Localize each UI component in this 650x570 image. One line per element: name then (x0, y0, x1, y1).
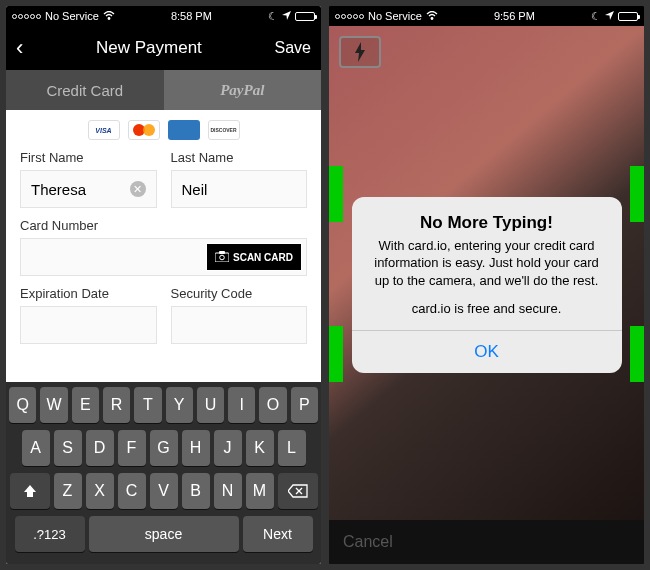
security-input[interactable] (171, 306, 308, 344)
svg-point-2 (220, 255, 225, 260)
key-z[interactable]: Z (54, 473, 82, 509)
key-r[interactable]: R (103, 387, 130, 423)
key-shift[interactable] (10, 473, 50, 509)
key-backspace[interactable] (278, 473, 318, 509)
status-bar: No Service 8:58 PM ☾ (6, 6, 321, 26)
tab-paypal[interactable]: PayPal (164, 70, 322, 110)
key-h[interactable]: H (182, 430, 210, 466)
key-a[interactable]: A (22, 430, 50, 466)
key-s[interactable]: S (54, 430, 82, 466)
save-button[interactable]: Save (275, 39, 311, 57)
key-c[interactable]: C (118, 473, 146, 509)
security-label: Security Code (171, 286, 308, 301)
key-q[interactable]: Q (9, 387, 36, 423)
status-time: 8:58 PM (171, 10, 212, 22)
key-j[interactable]: J (214, 430, 242, 466)
key-d[interactable]: D (86, 430, 114, 466)
alert-body: With card.io, entering your credit card … (352, 237, 622, 296)
battery-icon (295, 12, 315, 21)
first-name-label: First Name (20, 150, 157, 165)
key-numsym[interactable]: .?123 (15, 516, 85, 552)
first-name-value: Theresa (31, 181, 86, 198)
key-k[interactable]: K (246, 430, 274, 466)
key-w[interactable]: W (40, 387, 67, 423)
key-u[interactable]: U (197, 387, 224, 423)
scan-card-label: SCAN CARD (233, 252, 293, 263)
last-name-input[interactable]: Neil (171, 170, 308, 208)
key-i[interactable]: I (228, 387, 255, 423)
amex-icon (168, 120, 200, 140)
key-y[interactable]: Y (166, 387, 193, 423)
card-number-input[interactable]: SCAN CARD (20, 238, 307, 276)
svg-rect-3 (219, 251, 225, 254)
visa-icon: VISA (88, 120, 120, 140)
key-l[interactable]: L (278, 430, 306, 466)
alert-body2: card.io is free and secure. (352, 295, 622, 330)
cancel-button[interactable]: Cancel (343, 533, 393, 551)
key-t[interactable]: T (134, 387, 161, 423)
last-name-label: Last Name (171, 150, 308, 165)
page-title: New Payment (96, 38, 202, 58)
key-o[interactable]: O (259, 387, 286, 423)
tab-credit-card[interactable]: Credit Card (6, 70, 164, 110)
phone-right: No Service 9:56 PM ☾ No More Typing! Wit… (329, 6, 644, 564)
keyboard: QWERTYUIOP ASDFGHJKL ZXCVBNM .?123 space… (6, 382, 321, 564)
key-x[interactable]: X (86, 473, 114, 509)
first-name-input[interactable]: Theresa ✕ (20, 170, 157, 208)
key-space[interactable]: space (89, 516, 239, 552)
clear-icon[interactable]: ✕ (130, 181, 146, 197)
svg-rect-1 (215, 253, 229, 262)
svg-point-0 (108, 18, 110, 20)
scan-card-button[interactable]: SCAN CARD (206, 243, 302, 271)
alert-ok-button[interactable]: OK (352, 330, 622, 373)
back-button[interactable]: ‹ (16, 35, 23, 61)
key-next[interactable]: Next (243, 516, 313, 552)
discover-icon: DISCOVER (208, 120, 240, 140)
card-number-label: Card Number (20, 218, 307, 233)
expiration-label: Expiration Date (20, 286, 157, 301)
key-g[interactable]: G (150, 430, 178, 466)
key-n[interactable]: N (214, 473, 242, 509)
key-v[interactable]: V (150, 473, 178, 509)
carrier-text: No Service (45, 10, 99, 22)
phone-left: No Service 8:58 PM ☾ ‹ New Payment Save … (6, 6, 321, 564)
mastercard-icon (128, 120, 160, 140)
nav-bar: ‹ New Payment Save (6, 26, 321, 70)
alert-overlay: No More Typing! With card.io, entering y… (329, 6, 644, 564)
signal-dots (12, 14, 41, 19)
moon-icon: ☾ (268, 10, 278, 23)
key-e[interactable]: E (72, 387, 99, 423)
location-icon (282, 10, 291, 22)
wifi-icon (103, 10, 115, 22)
camera-icon (215, 251, 229, 264)
key-b[interactable]: B (182, 473, 210, 509)
bottom-bar: Cancel (329, 520, 644, 564)
alert-title: No More Typing! (352, 197, 622, 237)
card-brand-row: VISA DISCOVER (6, 110, 321, 150)
key-p[interactable]: P (291, 387, 318, 423)
form: First Name Theresa ✕ Last Name Neil Card… (6, 150, 321, 354)
key-f[interactable]: F (118, 430, 146, 466)
last-name-value: Neil (182, 181, 208, 198)
paypal-logo: PayPal (220, 82, 264, 99)
alert-dialog: No More Typing! With card.io, entering y… (352, 197, 622, 374)
expiration-input[interactable] (20, 306, 157, 344)
key-m[interactable]: M (246, 473, 274, 509)
payment-tabs: Credit Card PayPal (6, 70, 321, 110)
